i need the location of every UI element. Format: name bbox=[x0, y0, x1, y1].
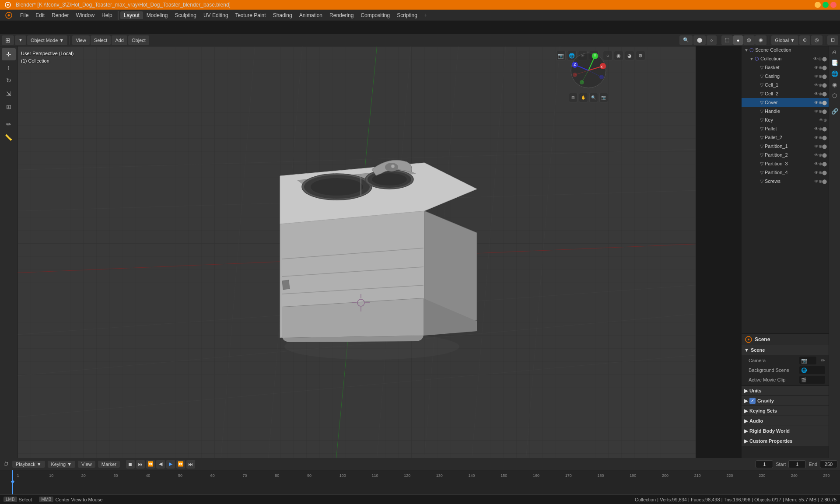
eye-icon[interactable]: 👁 bbox=[814, 144, 819, 149]
viewport-shading[interactable]: ⬤ bbox=[693, 35, 706, 45]
render-icon-sm[interactable]: ⬤ bbox=[822, 83, 827, 88]
object-mode-dropdown[interactable]: Object Mode ▼ bbox=[27, 35, 67, 45]
outliner-collection[interactable]: ▼ ⬡ Collection 👁 ⊕ ⬤ bbox=[742, 54, 829, 63]
render-icon-sm[interactable]: ⬤ bbox=[822, 144, 827, 149]
select-menu[interactable]: Select bbox=[91, 35, 111, 45]
render-icon-sm[interactable]: ⬤ bbox=[822, 170, 827, 175]
pie-icon-btn[interactable]: ◕ bbox=[625, 51, 634, 60]
camera-icon-btn[interactable]: 📷 bbox=[556, 51, 566, 60]
view-menu[interactable]: View bbox=[72, 35, 90, 45]
menu-render[interactable]: Render bbox=[48, 11, 72, 19]
custom-props-header[interactable]: ▶ Custom Properties bbox=[742, 436, 829, 446]
cursor-icon-sm[interactable]: ⊕ bbox=[819, 109, 822, 114]
navigation-gizmo[interactable]: X Y Z ⊞ ✋ 🔍 📷 bbox=[569, 51, 608, 90]
eye-icon[interactable]: 👁 bbox=[813, 56, 818, 61]
play-btn[interactable]: ▶ bbox=[166, 460, 175, 469]
render-icon-sm[interactable]: ⬤ bbox=[822, 153, 827, 158]
render-icon-sm[interactable]: ⬤ bbox=[822, 161, 827, 166]
eye-icon[interactable]: 👁 bbox=[814, 135, 819, 140]
eye-icon[interactable]: 👁 bbox=[814, 170, 819, 175]
stop-btn[interactable]: ⏹ bbox=[126, 460, 135, 469]
eye-icon[interactable]: 👁 bbox=[814, 179, 819, 184]
wireframe-btn[interactable]: ⬚ bbox=[721, 35, 733, 45]
material-btn[interactable]: ◍ bbox=[743, 35, 755, 45]
move-tool[interactable]: ↕ bbox=[2, 61, 16, 74]
cursor-icon-sm[interactable]: ⊕ bbox=[819, 65, 822, 70]
tab-rendering[interactable]: Rendering bbox=[326, 11, 357, 19]
snap-btn[interactable]: ⊕ bbox=[799, 35, 810, 45]
tab-add[interactable]: + bbox=[421, 11, 431, 19]
tab-layout[interactable]: Layout bbox=[120, 11, 143, 19]
outliner-pallet[interactable]: ▽ Pallet 👁 ⊕ ⬤ bbox=[742, 124, 829, 133]
eye-icon[interactable]: 👁 bbox=[814, 126, 819, 131]
render-icon-sm[interactable]: ⬤ bbox=[822, 135, 827, 140]
overlay-btn[interactable]: ○ bbox=[707, 35, 717, 45]
eye-icon[interactable]: 👁 bbox=[814, 100, 819, 105]
maximize-button[interactable] bbox=[822, 2, 829, 8]
transform-tool[interactable]: ⊞ bbox=[2, 101, 16, 113]
render-icon-sm[interactable]: ⬤ bbox=[822, 65, 827, 70]
end-frame-input[interactable] bbox=[820, 460, 837, 468]
output-props-tab[interactable]: 🖨 bbox=[830, 47, 840, 56]
playback-menu[interactable]: Playback ▼ bbox=[12, 461, 45, 468]
cursor-icon-sm[interactable]: ⊕ bbox=[819, 144, 822, 149]
dot-circle-btn[interactable]: ◉ bbox=[614, 51, 623, 60]
view-layer-tab[interactable]: 📑 bbox=[830, 58, 840, 67]
object-menu[interactable]: Object bbox=[128, 35, 149, 45]
menu-help[interactable]: Help bbox=[98, 11, 116, 19]
outliner-partition3[interactable]: ▽ Partition_3 👁 ⊕ ⬤ bbox=[742, 159, 829, 168]
outliner-partition1[interactable]: ▽ Partition_1 👁 ⊕ ⬤ bbox=[742, 142, 829, 150]
tab-shading[interactable]: Shading bbox=[270, 11, 296, 19]
outliner-handle[interactable]: ▽ Handle 👁 ⊕ ⬤ bbox=[742, 107, 829, 116]
outliner-cell1[interactable]: ▽ Cell_1 👁 ⊕ ⬤ bbox=[742, 80, 829, 89]
zoom-nav-btn[interactable]: 🔍 bbox=[589, 93, 598, 102]
render-icon-sm[interactable]: ⬤ bbox=[822, 91, 827, 96]
camera-value[interactable]: 📷 bbox=[799, 357, 816, 364]
annotate-tool[interactable]: ✏ bbox=[2, 118, 16, 130]
tab-scripting[interactable]: Scripting bbox=[393, 11, 421, 19]
outliner-pallet2[interactable]: ▽ Pallet_2 👁 ⊕ ⬤ bbox=[742, 133, 829, 142]
eye-icon[interactable]: 👁 bbox=[814, 153, 819, 158]
cursor-icon-sm[interactable]: ⊕ bbox=[819, 161, 822, 166]
eye-icon[interactable]: 👁 bbox=[814, 91, 819, 96]
cursor-icon-sm[interactable]: ⊕ bbox=[818, 56, 822, 61]
first-frame-btn[interactable]: ⏮ bbox=[136, 460, 145, 469]
cursor-icon-sm[interactable]: ⊕ bbox=[823, 118, 827, 122]
eye-icon[interactable]: 👁 bbox=[814, 74, 819, 79]
render-icon-sm[interactable]: ⬤ bbox=[822, 126, 827, 131]
scene-props-tab[interactable]: 🌐 bbox=[830, 69, 840, 78]
keying-menu[interactable]: Keying ▼ bbox=[48, 461, 76, 468]
cursor-icon-sm[interactable]: ⊕ bbox=[819, 126, 822, 131]
add-menu[interactable]: Add bbox=[112, 35, 127, 45]
outliner-casing[interactable]: ▽ Casing 👁 ⊕ ⬤ bbox=[742, 72, 829, 80]
search-btn[interactable]: 🔍 bbox=[679, 35, 693, 45]
tab-animation[interactable]: Animation bbox=[296, 11, 326, 19]
prev-frame-btn[interactable]: ⏪ bbox=[146, 460, 155, 469]
active-clip-value[interactable]: 🎬 bbox=[799, 376, 825, 384]
tab-sculpting[interactable]: Sculpting bbox=[172, 11, 200, 19]
render-icon-sm[interactable]: ⬤ bbox=[822, 109, 827, 114]
outliner-partition2[interactable]: ▽ Partition_2 👁 ⊕ ⬤ bbox=[742, 150, 829, 159]
constraint-tab[interactable]: 🔗 bbox=[830, 106, 840, 116]
settings-icon-btn[interactable]: ⚙ bbox=[636, 51, 645, 60]
keying-sets-header[interactable]: ▶ Keying Sets bbox=[742, 406, 829, 416]
cursor-tool[interactable]: ✛ bbox=[2, 48, 16, 60]
cursor-icon-sm[interactable]: ⊕ bbox=[819, 83, 822, 88]
menu-blender[interactable] bbox=[2, 11, 17, 20]
view-menu-tl[interactable]: View bbox=[78, 461, 95, 468]
outliner-basket[interactable]: ▽ Basket 👁 ⊕ ⬤ bbox=[742, 63, 829, 72]
gravity-header[interactable]: ▶ ✓ Gravity bbox=[742, 396, 829, 406]
tab-texture-paint[interactable]: Texture Paint bbox=[232, 11, 270, 19]
eye-icon[interactable]: 👁 bbox=[814, 109, 819, 114]
units-header[interactable]: ▶ Units bbox=[742, 386, 829, 396]
rigid-body-world-header[interactable]: ▶ Rigid Body World bbox=[742, 426, 829, 436]
transform-space[interactable]: Global ▼ bbox=[771, 35, 798, 45]
edit-camera-btn[interactable]: ✏ bbox=[821, 357, 825, 364]
outliner-partition4[interactable]: ▽ Partition_4 👁 ⊕ ⬤ bbox=[742, 168, 829, 177]
viewport-icon[interactable]: ⊞ bbox=[2, 35, 14, 45]
cursor-icon-sm[interactable]: ⊕ bbox=[819, 170, 822, 175]
render-btn[interactable]: ◉ bbox=[755, 35, 766, 45]
world-props-tab[interactable]: ◉ bbox=[830, 80, 840, 89]
eye-icon[interactable]: 👁 bbox=[814, 83, 819, 88]
cursor-icon-sm[interactable]: ⊕ bbox=[819, 74, 822, 79]
